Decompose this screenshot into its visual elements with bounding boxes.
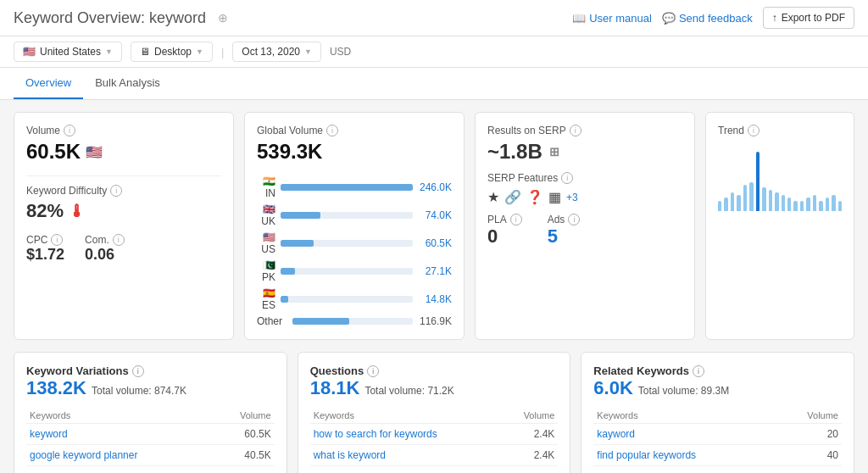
serp-info-icon[interactable]: i — [570, 125, 581, 136]
trend-bar — [793, 201, 797, 211]
ads-info-icon[interactable]: i — [568, 214, 580, 225]
top-bar-actions: 📖 User manual 💬 Send feedback ↑ Export t… — [572, 7, 854, 29]
country-flag-code: 🇪🇸 ES — [257, 287, 275, 311]
bar-fill — [281, 184, 413, 191]
trend-bar — [724, 198, 727, 211]
kv-table: Keywords Volume keyword60.5Kgoogle keywo… — [26, 408, 275, 466]
volume-cell: 2.4K — [503, 445, 559, 466]
rk-col-keywords: Keywords — [593, 408, 776, 424]
global-volume-info-icon[interactable]: i — [326, 125, 338, 136]
trend-bar — [775, 192, 778, 211]
device-filter[interactable]: 🖥 Desktop ▼ — [131, 42, 213, 62]
tab-overview[interactable]: Overview — [14, 68, 83, 99]
volume-cell: 2.4K — [503, 424, 559, 445]
com-info-icon[interactable]: i — [113, 234, 125, 246]
tab-bulk-analysis[interactable]: Bulk Analysis — [83, 68, 172, 99]
serp-features-info-icon[interactable]: i — [561, 172, 573, 184]
other-bar — [292, 318, 413, 325]
page-title: Keyword Overview: keyword — [14, 9, 206, 27]
keyword-link[interactable]: find popular keywords — [597, 449, 696, 461]
top-bar: Keyword Overview: keyword ⊕ 📖 User manua… — [0, 0, 868, 36]
trend-bar — [743, 185, 747, 211]
add-keyword-icon[interactable]: ⊕ — [218, 11, 228, 25]
keyword-link[interactable]: how to search for keywords — [314, 428, 437, 440]
cpc-label: CPC i — [26, 234, 64, 246]
bar-track — [281, 268, 413, 275]
pla-info-icon[interactable]: i — [510, 214, 522, 225]
trend-bar — [718, 201, 721, 211]
serp-label: Results on SERP i — [487, 125, 682, 136]
difficulty-info-icon[interactable]: i — [110, 185, 122, 197]
global-volume-label: Global Volume i — [257, 125, 452, 136]
country-row: 🇵🇰 PK 27.1K — [257, 259, 452, 283]
keyword-link[interactable]: google keyword planner — [30, 449, 137, 461]
question-icon: ❓ — [526, 189, 543, 205]
serp-features-label: SERP Features i — [487, 172, 682, 184]
keyword-variations-title: Keyword Variations i — [26, 364, 275, 377]
features-icons: ★ 🔗 ❓ ▦ +3 — [487, 189, 682, 205]
trend-info-icon[interactable]: i — [748, 125, 760, 136]
trend-bar — [762, 187, 765, 211]
table-row: google keyword planner40.5K — [26, 445, 275, 466]
trend-chart — [718, 143, 842, 211]
trend-label: Trend i — [718, 125, 842, 136]
volume-info-icon[interactable]: i — [64, 125, 75, 136]
bar-fill — [281, 296, 288, 303]
rk-table: Keywords Volume kayword20find popular ke… — [593, 408, 842, 466]
kv-total: Total volume: 874.7K — [92, 385, 186, 397]
currency-label: USD — [330, 46, 351, 58]
keyword-link[interactable]: keyword — [30, 428, 68, 440]
copy-icon[interactable]: ⊞ — [549, 145, 559, 159]
keyword-cell: find popular keywords — [593, 445, 776, 466]
country-flag-code: 🇮🇳 IN — [257, 175, 275, 199]
tabs-bar: Overview Bulk Analysis — [0, 68, 868, 100]
keyword-cell: google keyword planner — [26, 445, 213, 466]
flag-icon: 🇺🇸 — [23, 46, 36, 58]
country-row: 🇪🇸 ES 14.8K — [257, 287, 452, 311]
pla-value: 0 — [487, 225, 522, 248]
bar-fill — [281, 268, 295, 275]
cpc-value: $1.72 — [26, 246, 64, 264]
bar-track — [281, 240, 413, 247]
pla-item: PLA i 0 — [487, 214, 522, 248]
cpc-row: CPC i $1.72 Com. i 0.06 — [26, 234, 221, 264]
other-label: Other — [257, 315, 287, 327]
other-row: Other 116.9K — [257, 315, 452, 327]
q-info-icon[interactable]: i — [367, 365, 379, 377]
country-flag-code: 🇬🇧 UK — [257, 203, 275, 227]
keyword-cell: what is keyword — [310, 445, 503, 466]
bar-track — [281, 184, 413, 191]
us-flag: 🇺🇸 — [86, 144, 103, 160]
country-volume: 27.1K — [418, 265, 452, 277]
q-header: 18.1K Total volume: 71.2K — [310, 377, 559, 399]
keyword-link[interactable]: what is keyword — [314, 449, 386, 461]
com-label: Com. i — [85, 234, 125, 246]
kv-info-icon[interactable]: i — [132, 365, 144, 377]
features-more[interactable]: +3 — [566, 192, 578, 203]
volume-cell: 40 — [776, 445, 842, 466]
other-bar-fill — [292, 318, 349, 325]
country-filter[interactable]: 🇺🇸 United States ▼ — [14, 42, 122, 62]
volume-label: Volume i — [26, 125, 221, 136]
export-button[interactable]: ↑ Export to PDF — [763, 7, 854, 29]
user-manual-link[interactable]: 📖 User manual — [572, 12, 652, 25]
date-filter[interactable]: Oct 13, 2020 ▼ — [232, 42, 321, 62]
filter-separator: | — [221, 46, 224, 58]
table-row: kayword20 — [593, 424, 842, 445]
trend-bar — [731, 192, 734, 211]
bar-track — [281, 296, 413, 303]
trend-bar — [769, 190, 772, 211]
country-flag-code: 🇺🇸 US — [257, 231, 275, 255]
keyword-link[interactable]: kayword — [597, 428, 635, 440]
rk-info-icon[interactable]: i — [693, 365, 704, 377]
country-row: 🇮🇳 IN 246.0K — [257, 175, 452, 199]
desktop-icon: 🖥 — [140, 46, 150, 58]
chevron-down-icon: ▼ — [105, 47, 113, 56]
com-item: Com. i 0.06 — [85, 234, 125, 264]
table-row: how to search for keywords2.4K — [310, 424, 559, 445]
send-feedback-link[interactable]: 💬 Send feedback — [662, 12, 753, 25]
cpc-info-icon[interactable]: i — [51, 234, 63, 246]
star-icon: ★ — [487, 189, 499, 205]
rk-header: 6.0K Total volume: 89.3M — [593, 377, 842, 399]
global-volume-card: Global Volume i 539.3K 🇮🇳 IN 246.0K 🇬🇧 U… — [244, 112, 465, 340]
